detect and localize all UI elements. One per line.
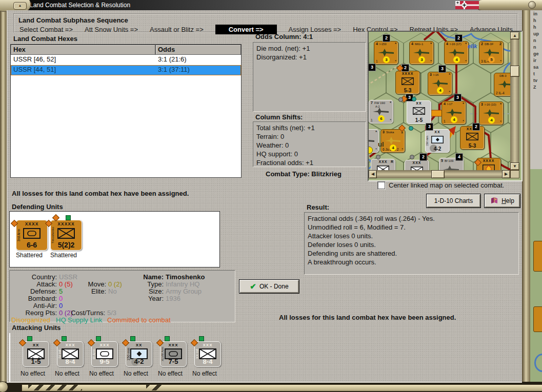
attack-label: Attack: — [12, 281, 57, 287]
horizontal-scroll-thumb[interactable] — [431, 170, 445, 178]
attacking-unit[interactable]: XX150 mm4-2No effect — [126, 341, 157, 380]
info-line: Unmodified roll = 6, Modified = 7. — [308, 223, 515, 232]
map-air-unit-counter[interactable]: 3*I-16 (10)*4 — [479, 101, 504, 125]
proficiency-badge: 6 — [378, 115, 385, 122]
info-line: Disorganized: +1 — [256, 53, 363, 61]
charts-button[interactable]: 1-D-10 Charts — [426, 194, 481, 208]
attacking-unit[interactable]: XXXXX Inf8-4No effect — [194, 341, 226, 380]
info-line: Defending units are shattered. — [308, 249, 515, 258]
map-air-unit-counter[interactable]: 4*I-171*4 — [441, 101, 466, 125]
hex-table-row[interactable]: USSR [44, 51]3:1 (37:11) — [11, 65, 241, 75]
attacking-unit[interactable]: XXXIV Inf8-4No effect — [57, 341, 89, 380]
hex-table-row[interactable]: USSR [46, 52]3:1 (21:6) — [11, 55, 241, 65]
defending-unit[interactable]: XXXXXTimoshenko5(2)2Shattered — [50, 220, 82, 260]
combat-type-row: Combat Type: Blitzkrieg — [266, 170, 342, 178]
scroll-left-button[interactable]: ◀ — [369, 170, 377, 178]
window-titlebar[interactable]: Land Combat Selection & Resolution — [7, 0, 479, 10]
map-ground-unit-counter[interactable]: XX150 mm4-2 — [425, 129, 450, 153]
background-text-fragment: sa — [533, 65, 538, 70]
background-text-fragment: up — [533, 31, 539, 36]
map-air-unit-counter[interactable]: 3*I-16*4 — [428, 72, 452, 95]
map-air-unit-counter[interactable]: 4*MiG-1*3 — [409, 41, 434, 65]
map-air-unit-counter[interactable]: 4*I-16 (17)*4 — [444, 41, 469, 65]
map-air-unit-counter[interactable]: 31Stuka6 Ju 87D 2*4 — [380, 129, 405, 153]
land-combat-hexes-heading: Land Combat Hexes — [13, 35, 77, 43]
background-knob — [0, 381, 8, 392]
attacking-units-box: XX1-5No effectXXXIV Inf8-4No effectXXXII… — [9, 333, 520, 382]
unit-counter[interactable]: XXXX3rd Arm6-6 — [16, 220, 48, 251]
map-ground-unit-counter[interactable]: XXXX5-3 — [460, 126, 485, 150]
map-ground-unit-counter[interactable]: XXXX5-3 — [395, 71, 420, 94]
unit-status-label: Shattered — [16, 252, 43, 259]
map-air-unit-counter[interactable]: 4*I-1531*3 — [374, 41, 398, 65]
inf-symbol — [377, 166, 389, 170]
sequence-step-2[interactable]: Assault or Blitz => — [150, 26, 204, 33]
scroll-down-button[interactable]: ▼ — [510, 162, 519, 170]
unit-counter[interactable]: XXXIV Inf8-4 — [57, 341, 84, 367]
status-dot — [96, 336, 101, 341]
attacking-unit[interactable]: XXXXLVIII Arm7-5No effect — [160, 341, 192, 380]
center-map-checkbox[interactable] — [377, 181, 385, 189]
map-air-unit-counter[interactable]: *DB-32 IL-4* — [494, 73, 510, 96]
info-line: Weather: 0 — [256, 141, 363, 150]
info-line: A breakthrough occurs. — [308, 258, 515, 266]
type-label: Type: — [121, 281, 164, 287]
map-ground-unit-counter[interactable]: XXX — [405, 160, 429, 170]
background-river — [534, 354, 542, 372]
background-left-rail — [0, 9, 7, 392]
proficiency-badge: 5 — [488, 56, 495, 63]
linked-map-frame: 4*I-1531*34*MiG-1*34*I-16 (17)*422DB-3F3… — [368, 31, 523, 181]
map-ground-unit-counter[interactable]: XXXR — [371, 159, 395, 170]
map-label: ul — [378, 140, 384, 148]
inf-symbol — [466, 133, 478, 142]
map-horizontal-scrollbar[interactable]: ◀ ▶ — [369, 170, 510, 178]
background-text-fragment: ir — [533, 58, 536, 63]
defense-value: 5 — [59, 288, 63, 295]
losses-assigned-message-bottom: All losses for this land combat hex have… — [279, 314, 456, 321]
scroll-up-button[interactable]: ▲ — [510, 32, 519, 39]
ok-done-button[interactable]: ✔ OK - Done — [239, 279, 299, 294]
elite-label: Elite: — [74, 288, 106, 295]
column-shifts-panel: Total shifts (net): +1Terrain: 0Weather:… — [253, 121, 366, 167]
attacking-unit[interactable]: XX1-5No effect — [23, 341, 54, 380]
ok-done-button-label: OK - Done — [259, 283, 289, 290]
unit-counter[interactable]: XX1-5 — [23, 341, 49, 367]
stack-count-badge: 2 — [420, 154, 427, 160]
german-flag-icon — [455, 1, 479, 9]
name-value: Timoshenko — [166, 274, 205, 280]
attacking-unit[interactable]: XXXIII Arm9-5No effect — [91, 341, 123, 380]
defending-unit[interactable]: XXXX3rd Arm6-6Shattered — [16, 220, 48, 260]
map-ground-unit-counter[interactable]: XX1-5 — [407, 100, 431, 124]
inf-dots-symbol — [413, 107, 425, 117]
map-ground-unit-counter[interactable]: XXXX — [476, 158, 501, 170]
bombard-value: 0 — [59, 295, 63, 302]
unit-counter[interactable]: XX150 mm4-2 — [126, 341, 152, 367]
help-button[interactable]: Help — [484, 194, 520, 208]
scroll-right-button[interactable]: ▶ — [502, 170, 510, 178]
unit-counter[interactable]: XXXIII Arm9-5 — [91, 341, 118, 367]
sequence-step-4[interactable]: Assign Losses => — [289, 26, 342, 33]
status-committed: Committed to combat — [107, 317, 171, 323]
unit-info-panel: Country: USSR Attack: 0 (5) Defense: 5 B… — [9, 270, 235, 322]
checkmark-icon: ✔ — [250, 284, 256, 289]
sequence-step-1[interactable]: Att Snow Units => — [85, 26, 138, 33]
stack-count-badge: 2 — [383, 35, 390, 42]
background-triangle-button[interactable]: ▲ — [13, 2, 27, 10]
sequence-step-0[interactable]: Select Combat => — [19, 26, 73, 33]
unit-counter[interactable]: XXXXXTimoshenko5(2)2 — [50, 220, 82, 251]
result-heading: Result: — [307, 203, 329, 211]
background-bottom-rail — [22, 384, 542, 391]
cost-turns-label: Cost/Turns: — [63, 310, 105, 316]
map-air-unit-counter[interactable]: 22DB-3F3 IL-4 4*5 — [479, 41, 504, 65]
background-text-strip: inhhupnngeirsattvZ — [530, 10, 542, 169]
move-value: 0 (2) — [108, 281, 122, 287]
vertical-scroll-thumb[interactable] — [510, 66, 519, 77]
hex-cell: USSR [46, 52] — [11, 55, 155, 65]
unit-counter[interactable]: XXXXX Inf8-4 — [194, 341, 221, 367]
unit-status-label: No effect — [192, 370, 217, 377]
unit-counter[interactable]: XXXXLVIII Arm7-5 — [160, 341, 187, 367]
map-viewport[interactable]: 4*I-1531*34*MiG-1*34*I-16 (17)*422DB-3F3… — [369, 32, 510, 170]
stack-count-badge: 2 — [473, 123, 479, 130]
map-air-unit-counter[interactable]: 7*FW 190A-21*6 — [369, 100, 393, 123]
map-vertical-scrollbar[interactable]: ▲ ▼ — [510, 32, 519, 170]
